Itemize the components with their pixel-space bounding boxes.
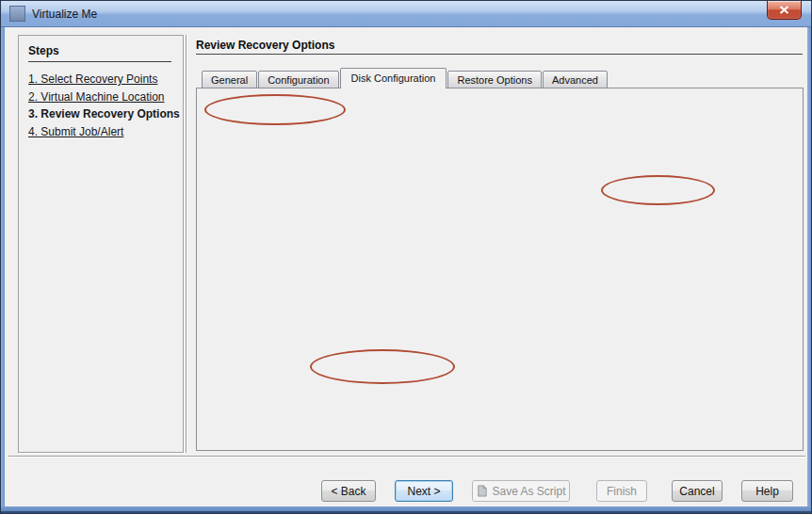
- application-icon: [9, 6, 25, 22]
- steps-panel: Steps 1. Select Recovery Points 2. Virtu…: [18, 35, 184, 453]
- help-button[interactable]: Help: [741, 480, 793, 502]
- disk-configuration-tab-panel: [196, 88, 804, 451]
- virtualize-me-dialog: Virtualize Me Steps 1. Select Recovery P…: [0, 0, 812, 514]
- step-link-select-recovery-points[interactable]: 1. Select Recovery Points: [28, 72, 157, 86]
- window-title: Virtualize Me: [32, 8, 97, 21]
- back-button[interactable]: < Back: [321, 480, 376, 502]
- tab-disk-configuration[interactable]: Disk Configuration: [340, 68, 447, 88]
- titlebar[interactable]: Virtualize Me: [1, 1, 811, 27]
- close-button[interactable]: [767, 1, 802, 20]
- tab-strip: General Configuration Disk Configuration…: [202, 68, 609, 88]
- close-icon: [779, 6, 789, 14]
- tab-restore-options[interactable]: Restore Options: [447, 71, 541, 88]
- steps-heading: Steps: [28, 44, 59, 57]
- window-frame-right: [807, 27, 811, 507]
- content-divider: [186, 35, 187, 453]
- cancel-button[interactable]: Cancel: [672, 480, 723, 502]
- tab-general[interactable]: General: [202, 71, 257, 88]
- window-frame-bottom: [1, 506, 811, 513]
- step-current-review-recovery-options: 3. Review Recovery Options: [28, 107, 180, 120]
- step-link-virtual-machine-location[interactable]: 2. Virtual Machine Location: [28, 90, 165, 104]
- tab-configuration[interactable]: Configuration: [258, 71, 338, 88]
- page-title: Review Recovery Options: [196, 39, 334, 52]
- save-as-script-button: Save As Script: [472, 480, 570, 502]
- step-link-submit-job-alert[interactable]: 4. Submit Job/Alert: [28, 125, 123, 138]
- button-bar-separator: [8, 456, 805, 458]
- save-as-script-label: Save As Script: [492, 485, 565, 498]
- next-button[interactable]: Next >: [395, 480, 453, 502]
- window-frame-left: [1, 27, 5, 507]
- page-title-rule: [196, 54, 803, 55]
- finish-button: Finish: [596, 480, 647, 502]
- steps-heading-rule: [28, 61, 171, 62]
- tab-advanced[interactable]: Advanced: [543, 71, 608, 88]
- script-icon: [476, 485, 488, 497]
